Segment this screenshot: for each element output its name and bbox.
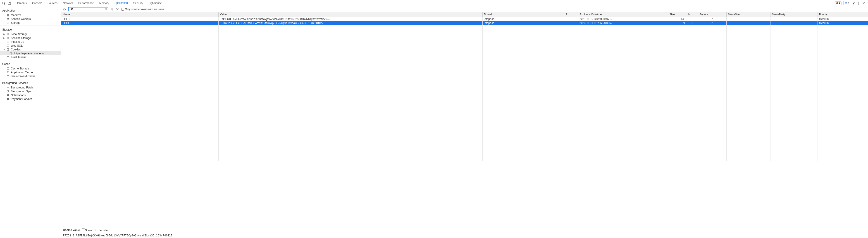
gear-icon	[6, 18, 9, 21]
cell-http	[687, 17, 698, 21]
grid-icon	[6, 36, 9, 39]
cell-sameparty	[771, 17, 817, 21]
sidebar-item-storage-top[interactable]: Storage	[0, 21, 61, 25]
cell-size: 148	[668, 17, 687, 21]
sidebar-item-bg-fetch[interactable]: Background Fetch	[0, 86, 61, 89]
cookie-value-content: FPID2.2.%2FE4LiEejCKwGLwevIh56zt3WqYPF75…	[61, 233, 868, 238]
column-header[interactable]: Size	[668, 12, 687, 17]
column-header[interactable]: Domain	[483, 12, 564, 17]
column-header[interactable]: SameParty	[771, 12, 817, 17]
svg-point-11	[7, 41, 9, 41]
sidebar-item-cookies[interactable]: ▼Cookies	[0, 48, 61, 51]
svg-rect-22	[7, 98, 9, 100]
svg-point-19	[7, 67, 9, 68]
tab-network[interactable]: Network	[60, 0, 75, 6]
db-icon	[6, 56, 9, 59]
settings-icon[interactable]	[852, 2, 855, 5]
column-header[interactable]: P…	[564, 12, 578, 17]
column-header[interactable]: Value	[218, 12, 483, 17]
grid-icon	[6, 71, 9, 74]
column-header[interactable]: Secure	[698, 12, 726, 17]
sidebar-item-bg-sync[interactable]: Background Sync	[0, 89, 61, 93]
card-icon	[6, 97, 9, 101]
clear-all-icon[interactable]	[116, 8, 119, 11]
svg-point-7	[7, 18, 9, 20]
message-badge[interactable]: ▤3	[843, 1, 850, 5]
sidebar-item-bfcache[interactable]: Back-forward Cache	[0, 74, 61, 78]
svg-point-21	[7, 75, 9, 76]
cell-expires: 2023-11-11T12:36:58.096Z	[578, 21, 668, 25]
table-header-row: NameValueDomainP…Expires / Max-AgeSizeH.…	[61, 12, 868, 17]
only-issues-checkbox[interactable]: Only show cookies with an issue	[121, 8, 164, 11]
refresh-icon[interactable]	[63, 8, 66, 11]
svg-point-14	[7, 49, 8, 49]
column-header[interactable]: Priority	[817, 12, 868, 17]
clear-filter-icon[interactable]	[104, 7, 107, 11]
tab-lighthouse[interactable]: Lighthouse	[146, 0, 164, 6]
cookie-value-label: Cookie Value	[63, 229, 80, 232]
db-icon	[6, 21, 9, 24]
column-header[interactable]: SameSite	[726, 12, 771, 17]
sidebar-item-trust-tokens[interactable]: Trust Tokens	[0, 55, 61, 59]
tab-security[interactable]: Security	[130, 0, 146, 6]
error-count: 4	[839, 2, 840, 4]
main-tabs: ElementsConsoleSourcesNetworkPerformance…	[13, 0, 164, 6]
close-icon[interactable]	[862, 2, 865, 5]
db-icon	[6, 40, 9, 43]
svg-point-15	[8, 50, 9, 50]
svg-point-12	[7, 44, 9, 45]
cell-samesite	[726, 21, 771, 25]
cell-priority: Medium	[817, 17, 868, 21]
sidebar-item-service-workers[interactable]: Service Workers	[0, 17, 61, 21]
sidebar-item-local-storage[interactable]: ▶Local Storage	[0, 32, 61, 36]
sync-icon	[6, 90, 9, 93]
chat-icon: ▤	[845, 2, 847, 4]
sidebar-item-manifest[interactable]: Manifest	[0, 13, 61, 17]
table-row[interactable]: FPIDFPID2.2.%2FE4LiEejCKwGLwevIh56zt3WqY…	[61, 21, 868, 25]
updown-icon	[6, 86, 9, 89]
app-sidebar: Application Manifest Service Workers Sto…	[0, 6, 61, 238]
svg-rect-2	[9, 2, 11, 4]
sidebar-item-cache-storage[interactable]: Cache Storage	[0, 66, 61, 70]
svg-point-8	[7, 22, 9, 22]
sidebar-item-notifications[interactable]: Notifications	[0, 93, 61, 97]
sidebar-item-websql[interactable]: Web SQL	[0, 44, 61, 48]
sidebar-item-application-cache[interactable]: Application Cache	[0, 70, 61, 74]
tab-performance[interactable]: Performance	[75, 0, 97, 6]
device-toggle-icon[interactable]	[8, 2, 11, 5]
cell-secure: ✓	[698, 17, 726, 21]
more-icon[interactable]	[857, 2, 860, 5]
tab-console[interactable]: Console	[29, 0, 45, 6]
tab-sources[interactable]: Sources	[45, 0, 60, 6]
table-row[interactable]: FPLCuYl5Eb4LFUJuG2mw%2BnY%2BMX7jrfWZwNG1…	[61, 17, 868, 21]
filter-icon[interactable]	[111, 8, 114, 11]
sidebar-item-payment-handler[interactable]: Payment Handler	[0, 97, 61, 101]
tab-application[interactable]: Application	[112, 0, 130, 6]
cell-path: /	[564, 21, 578, 25]
sidebar-item-indexeddb[interactable]: IndexedDB	[0, 40, 61, 44]
cell-samesite	[726, 17, 771, 21]
column-header[interactable]: H..	[687, 12, 698, 17]
inspect-icon[interactable]	[2, 2, 5, 5]
svg-point-18	[7, 56, 9, 57]
cookie-filter-input[interactable]	[68, 7, 108, 11]
cell-domain: .stape.io	[483, 17, 564, 21]
sidebar-item-cookies-origin[interactable]: https://wp-demo.stape.io	[0, 51, 61, 55]
cookie-icon	[6, 48, 9, 51]
bell-icon	[6, 94, 9, 97]
cell-http: ✓	[687, 21, 698, 25]
message-count: 3	[848, 2, 849, 4]
column-header[interactable]: Name	[61, 12, 219, 17]
error-badge[interactable]: 4	[835, 1, 841, 5]
svg-point-4	[859, 2, 859, 2]
cell-value: uYl5Eb4LFUJuG2mw%2BnY%2BMX7jrfWZwNG18pGN…	[218, 17, 483, 21]
cell-name: FPLC	[61, 17, 219, 21]
section-bgsvc: Background Services	[0, 80, 61, 86]
tab-elements[interactable]: Elements	[13, 0, 29, 6]
show-url-decoded-checkbox[interactable]: Show URL decoded	[82, 228, 109, 232]
column-header[interactable]: Expires / Max-Age	[578, 12, 668, 17]
sidebar-item-session-storage[interactable]: ▶Session Storage	[0, 36, 61, 40]
globe-icon	[9, 52, 13, 55]
cell-path: /	[564, 17, 578, 21]
tab-memory[interactable]: Memory	[97, 0, 112, 6]
